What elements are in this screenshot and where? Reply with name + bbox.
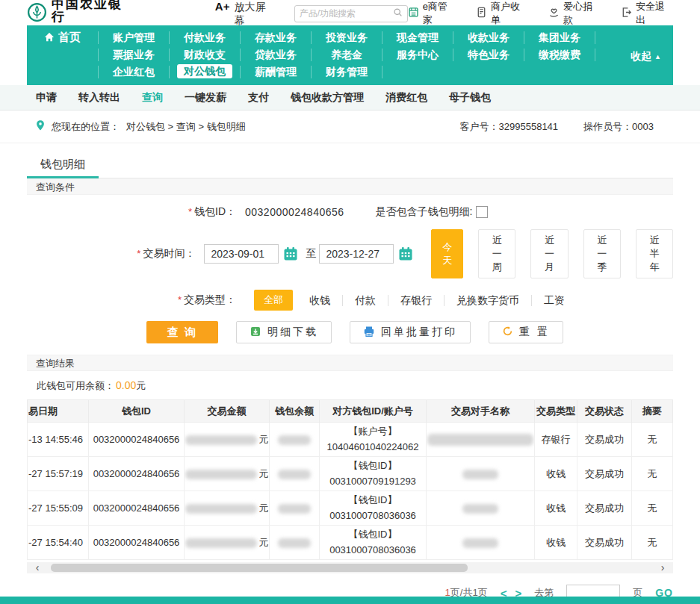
type-exchange-dcep-button[interactable]: 兑换数字货币 bbox=[444, 295, 531, 306]
nav-item-salary-mgmt[interactable]: 薪酬管理 bbox=[241, 66, 312, 78]
nav-item-special-biz[interactable]: 特色业务 bbox=[453, 49, 524, 61]
transaction-type-row: *交易类型： 全部 收钱 付款 存银行 兑换数字货币 工资 bbox=[27, 290, 673, 311]
subnav-parent-child-wallet[interactable]: 母子钱包 bbox=[449, 91, 491, 105]
available-balance: 此钱包可用余额：0.00元 bbox=[27, 378, 673, 393]
nav-item-cash-mgmt[interactable]: 现金管理 bbox=[382, 31, 453, 44]
subnav-transfer[interactable]: 转入转出 bbox=[78, 91, 120, 105]
nav-collapse-button[interactable]: 收起 ▲ bbox=[631, 50, 661, 63]
date-to-separator: 至 bbox=[306, 247, 316, 261]
range-half-year-button[interactable]: 近半年 bbox=[636, 229, 673, 278]
type-deposit-bank-button[interactable]: 存银行 bbox=[388, 295, 444, 306]
donate-icon bbox=[548, 7, 560, 20]
nav-item-payment-biz[interactable]: 付款业务 bbox=[170, 31, 241, 44]
nav-item-bill-biz[interactable]: 票据业务 bbox=[99, 49, 170, 61]
range-month-button[interactable]: 近一月 bbox=[530, 229, 568, 278]
reset-button[interactable]: 重 置 bbox=[489, 321, 563, 343]
redacted-counterparty-name bbox=[462, 504, 498, 514]
link-secure-logout[interactable]: 安全退出 bbox=[621, 0, 673, 27]
download-icon bbox=[250, 326, 261, 340]
calendar-icon[interactable] bbox=[398, 246, 413, 261]
nav-item-finance-mgmt[interactable]: 财务管理 bbox=[312, 66, 382, 78]
include-sub-wallet-checkbox[interactable] bbox=[476, 206, 488, 218]
range-today-button[interactable]: 今天 bbox=[431, 229, 463, 278]
nav-item-group-biz[interactable]: 集团业务 bbox=[524, 31, 595, 44]
redacted-balance bbox=[278, 538, 311, 548]
batch-print-receipt-button[interactable]: 回单批量打印 bbox=[350, 321, 471, 343]
nav-home[interactable]: 首页 bbox=[27, 31, 99, 44]
type-pay-button[interactable]: 付款 bbox=[342, 295, 388, 306]
balance-amount: 0.00 bbox=[116, 379, 136, 391]
redacted-amount bbox=[185, 538, 257, 548]
redacted-counterparty-name bbox=[462, 470, 498, 479]
type-salary-button[interactable]: 工资 bbox=[531, 295, 577, 306]
top-bar: 中国农业银行 AGRICULTURAL BANK OF CHINA A+ 放大屏… bbox=[0, 0, 700, 25]
subnav-apply[interactable]: 申请 bbox=[36, 91, 57, 105]
scrollbar-track[interactable] bbox=[48, 564, 652, 572]
subnav-pay[interactable]: 支付 bbox=[248, 91, 269, 105]
download-detail-button[interactable]: 明细下载 bbox=[236, 321, 332, 343]
scroll-right-icon[interactable]: › bbox=[652, 562, 673, 573]
nav-item-loan-biz[interactable]: 贷款业务 bbox=[241, 49, 312, 61]
subnav-one-click-payroll[interactable]: 一键发薪 bbox=[185, 91, 226, 105]
nav-item-deposit-biz[interactable]: 存款业务 bbox=[241, 31, 312, 44]
printer-icon bbox=[363, 326, 375, 340]
col-summary: 摘要 bbox=[632, 400, 673, 423]
enlarge-screen-button[interactable]: A+ 放大屏幕 bbox=[215, 0, 275, 28]
nav-item-service-center[interactable]: 服务中心 bbox=[382, 49, 453, 61]
tab-wallet-detail[interactable]: 钱包明细 bbox=[27, 152, 99, 178]
wallet-id-label: *钱包ID： bbox=[27, 205, 236, 219]
nav-item-fiscal[interactable]: 财政收支 bbox=[170, 49, 241, 61]
transactions-table: 易日期 钱包ID 交易金额 钱包余额 对方钱包ID/账户号 交易对手名称 交易类… bbox=[27, 399, 673, 560]
scroll-left-icon[interactable]: ‹ bbox=[27, 562, 48, 573]
range-week-button[interactable]: 近一周 bbox=[478, 229, 515, 278]
col-date: 易日期 bbox=[28, 400, 89, 423]
query-results-header: 查询结果 bbox=[27, 355, 673, 371]
table-row: -13 14:55:46 0032000024840656 元 【账户号】104… bbox=[28, 423, 673, 457]
bank-logo-icon bbox=[27, 2, 47, 25]
required-mark: * bbox=[137, 248, 140, 259]
bank-name: 中国农业银行 bbox=[52, 0, 134, 23]
link-merchant-acquiring[interactable]: 商户收单 bbox=[476, 0, 528, 27]
search-input[interactable] bbox=[300, 8, 393, 19]
type-receive-button[interactable]: 收钱 bbox=[297, 295, 342, 306]
table-row: -27 15:55:09 0032000024840656 元 【钱包ID】00… bbox=[28, 491, 673, 526]
transaction-time-row: *交易时间： 至 今天 近一周 近一月 近一季 近半年 bbox=[27, 229, 673, 278]
logout-icon bbox=[621, 7, 632, 20]
required-mark: * bbox=[178, 294, 182, 305]
nav-item-tax-payment[interactable]: 缴税缴费 bbox=[524, 49, 595, 61]
nav-item-corporate-wallet[interactable]: 对公钱包 bbox=[170, 66, 241, 78]
quick-range-group: 今天 近一周 近一月 近一季 近半年 bbox=[431, 229, 673, 278]
link-charity-donation[interactable]: 爱心捐款 bbox=[548, 0, 601, 27]
tabs-row: 钱包明细 bbox=[27, 143, 673, 178]
nav-item-collection-biz[interactable]: 收款业务 bbox=[453, 31, 524, 44]
nav-item-pension[interactable]: 养老金 bbox=[312, 49, 382, 61]
include-sub-wallet: 是否包含子钱包明细: bbox=[376, 205, 489, 219]
customer-number: 客户号：32995558141 bbox=[460, 120, 559, 134]
subnav-query[interactable]: 查询 bbox=[142, 91, 163, 105]
col-wallet-id: 钱包ID bbox=[89, 400, 185, 423]
search-icon[interactable] bbox=[393, 7, 403, 20]
date-to-input[interactable] bbox=[319, 244, 394, 264]
subnav-consume-redpacket[interactable]: 消费红包 bbox=[385, 91, 427, 105]
redacted-amount bbox=[185, 470, 257, 479]
operator-number: 操作员号：0003 bbox=[583, 120, 654, 134]
nav-item-enterprise-redpacket[interactable]: 企业红包 bbox=[99, 66, 170, 78]
link-e-merchant[interactable]: e商管家 bbox=[408, 0, 456, 27]
scrollbar-thumb[interactable] bbox=[51, 564, 468, 572]
col-status: 交易状态 bbox=[577, 400, 632, 423]
nav-spacer bbox=[27, 66, 99, 78]
calendar-icon[interactable] bbox=[283, 246, 298, 261]
nav-item-investment-biz[interactable]: 投资业务 bbox=[312, 31, 382, 44]
query-button[interactable]: 查 询 bbox=[146, 321, 218, 343]
date-from-input[interactable] bbox=[204, 244, 279, 264]
table-row: -27 15:57:19 0032000024840656 元 【钱包ID】00… bbox=[28, 457, 673, 491]
range-quarter-button[interactable]: 近一季 bbox=[583, 229, 621, 278]
required-mark: * bbox=[188, 206, 192, 217]
nav-item-account-mgmt[interactable]: 账户管理 bbox=[99, 31, 170, 44]
subnav-payee-mgmt[interactable]: 钱包收款方管理 bbox=[291, 91, 364, 105]
collapse-arrow-icon: ▲ bbox=[654, 53, 661, 60]
type-all-button[interactable]: 全部 bbox=[254, 290, 293, 311]
top-links: e商管家 商户收单 爱心捐款 安全退出 bbox=[408, 0, 673, 27]
nav-spacer bbox=[27, 49, 99, 61]
breadcrumb: 您现在的位置： 对公钱包 > 查询 > 钱包明细 bbox=[36, 119, 246, 134]
